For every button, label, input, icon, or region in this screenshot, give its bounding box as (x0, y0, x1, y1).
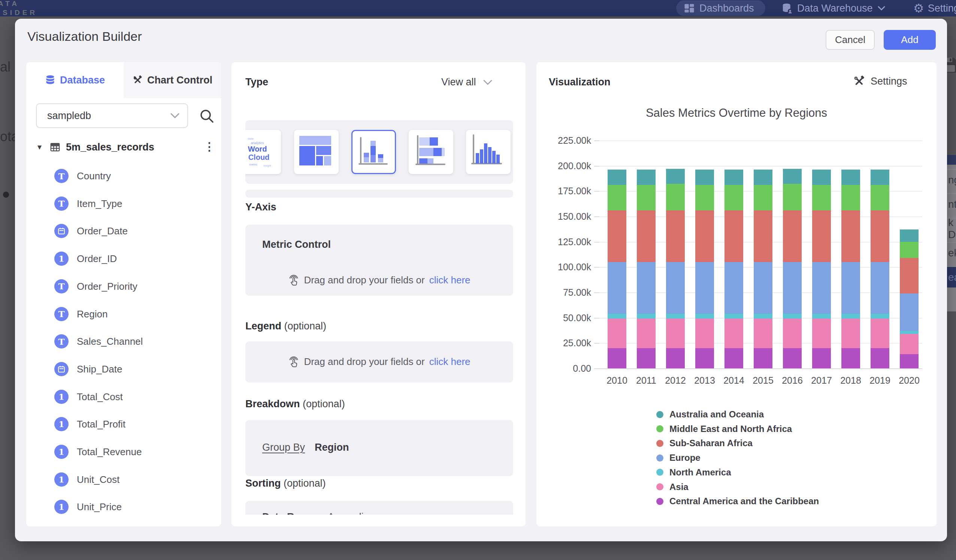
legend-item-north-america[interactable]: North America (656, 467, 731, 478)
chart-type-stacked-column[interactable] (351, 130, 396, 174)
bar-segment-2015-sub-saharan-africa[interactable] (754, 210, 772, 262)
view-all-button[interactable]: View all (441, 76, 493, 88)
bar-segment-2018-central-america-and-the-caribbean[interactable] (841, 348, 860, 369)
bar-segment-2013-europe[interactable] (695, 262, 714, 314)
legend-item-central-america-and-the-caribbean[interactable]: Central America and the Caribbean (656, 496, 819, 507)
chart-type-stacked-bar[interactable] (409, 130, 453, 174)
bar-segment-2020-central-america-and-the-caribbean[interactable] (900, 354, 918, 369)
bar-segment-2017-australia-and-oceania[interactable] (812, 169, 831, 185)
field-row-order_date[interactable]: Order_Date (26, 224, 221, 245)
chart-type-column[interactable] (466, 130, 511, 174)
bar-segment-2020-middle-east-and-north-africa[interactable] (900, 242, 918, 258)
bar-segment-2011-europe[interactable] (637, 262, 656, 314)
bar-segment-2016-europe[interactable] (783, 262, 802, 314)
visualization-settings-button[interactable]: Settings (852, 75, 907, 88)
bar-segment-2015-central-america-and-the-caribbean[interactable] (754, 348, 772, 369)
legend-item-asia[interactable]: Asia (656, 482, 689, 492)
field-row-total_cost[interactable]: 1Total_Cost (26, 390, 221, 411)
field-row-order_priority[interactable]: TOrder_Priority (26, 279, 221, 300)
bar-segment-2018-europe[interactable] (841, 262, 860, 314)
field-row-country[interactable]: TCountry (26, 169, 221, 190)
kebab-menu-icon[interactable]: ⋮ (204, 140, 215, 153)
search-icon[interactable] (198, 108, 215, 124)
bar-segment-2015-middle-east-and-north-africa[interactable] (754, 185, 772, 210)
bar-segment-2013-central-america-and-the-caribbean[interactable] (695, 348, 714, 369)
bar-segment-2017-europe[interactable] (812, 262, 831, 314)
bar-segment-2013-middle-east-and-north-africa[interactable] (695, 185, 714, 210)
field-row-sales_channel[interactable]: TSales_Channel (26, 334, 221, 355)
tab-chart-control[interactable]: Chart Control (124, 62, 221, 98)
bar-segment-2013-australia-and-oceania[interactable] (695, 169, 714, 185)
bar-segment-2014-north-america[interactable] (725, 314, 743, 319)
bar-segment-2020-sub-saharan-africa[interactable] (900, 258, 918, 293)
carousel-scrollbar[interactable] (245, 190, 513, 198)
bar-segment-2013-north-america[interactable] (695, 314, 714, 319)
field-row-order_id[interactable]: 1Order_ID (26, 251, 221, 273)
field-row-ship_date[interactable]: Ship_Date (26, 362, 221, 383)
breakdown-dropzone[interactable]: Group By Region (245, 420, 513, 476)
cancel-button[interactable]: Cancel (825, 30, 875, 50)
bar-segment-2012-central-america-and-the-caribbean[interactable] (666, 348, 685, 369)
bar-segment-2010-middle-east-and-north-africa[interactable] (608, 185, 626, 210)
bar-segment-2010-central-america-and-the-caribbean[interactable] (608, 348, 626, 369)
bar-segment-2011-middle-east-and-north-africa[interactable] (637, 185, 656, 210)
bar-segment-2015-europe[interactable] (754, 262, 772, 314)
click-here-link[interactable]: click here (429, 356, 470, 368)
bar-segment-2014-australia-and-oceania[interactable] (725, 169, 743, 185)
bar-segment-2010-north-america[interactable] (608, 314, 626, 319)
bar-segment-2018-asia[interactable] (841, 318, 860, 348)
field-row-region[interactable]: TRegion (26, 307, 221, 328)
bar-segment-2010-europe[interactable] (608, 262, 626, 314)
legend-dropzone[interactable]: Drag and drop your fields or click here (245, 341, 513, 383)
bar-segment-2019-north-america[interactable] (871, 314, 889, 319)
bar-segment-2015-asia[interactable] (754, 318, 772, 348)
bar-segment-2016-north-america[interactable] (783, 314, 802, 319)
bar-segment-2013-asia[interactable] (695, 318, 714, 348)
bar-segment-2019-europe[interactable] (871, 262, 889, 314)
bar-segment-2011-sub-saharan-africa[interactable] (637, 210, 656, 262)
bar-segment-2012-sub-saharan-africa[interactable] (666, 210, 685, 262)
nav-settings[interactable]: ⚙ Settings (913, 0, 956, 16)
bar-segment-2016-central-america-and-the-caribbean[interactable] (783, 348, 802, 369)
sorting-dropzone[interactable]: Data Range Ascending (245, 501, 513, 515)
nav-data-warehouse[interactable]: Data Warehouse (781, 0, 885, 16)
field-row-total_revenue[interactable]: 1Total_Revenue (26, 445, 221, 466)
bar-segment-2010-australia-and-oceania[interactable] (608, 169, 626, 185)
bar-segment-2014-europe[interactable] (725, 262, 743, 314)
bar-segment-2016-asia[interactable] (783, 318, 802, 348)
bar-segment-2018-australia-and-oceania[interactable] (841, 169, 860, 185)
bar-segment-2010-sub-saharan-africa[interactable] (608, 210, 626, 262)
bar-segment-2020-europe[interactable] (900, 293, 918, 331)
tab-database[interactable]: Database (26, 62, 124, 98)
bar-segment-2017-central-america-and-the-caribbean[interactable] (812, 348, 831, 369)
legend-item-middle-east-and-north-africa[interactable]: Middle East and North Africa (656, 424, 792, 434)
group-by-link[interactable]: Group By (262, 442, 305, 453)
field-row-unit_price[interactable]: 1Unit_Price (26, 500, 221, 521)
bar-segment-2012-north-america[interactable] (666, 314, 685, 319)
field-row-item_type[interactable]: TItem_Type (26, 196, 221, 218)
bar-segment-2014-sub-saharan-africa[interactable] (725, 210, 743, 262)
bar-segment-2014-middle-east-and-north-africa[interactable] (725, 185, 743, 210)
chart-type-word-cloud[interactable]: analyticsdataWordCloudmetricinsight (245, 130, 281, 174)
bar-segment-2017-middle-east-and-north-africa[interactable] (812, 185, 831, 210)
bar-segment-2020-asia[interactable] (900, 334, 918, 354)
bar-segment-2010-asia[interactable] (608, 318, 626, 348)
bar-segment-2012-asia[interactable] (666, 318, 685, 348)
caret-down-icon[interactable]: ▾ (38, 142, 42, 152)
bar-segment-2014-central-america-and-the-caribbean[interactable] (725, 348, 743, 369)
bar-segment-2020-australia-and-oceania[interactable] (900, 229, 918, 242)
bar-segment-2019-middle-east-and-north-africa[interactable] (871, 185, 889, 210)
bar-segment-2016-australia-and-oceania[interactable] (783, 169, 802, 184)
bar-segment-2019-australia-and-oceania[interactable] (871, 169, 889, 185)
bar-segment-2016-middle-east-and-north-africa[interactable] (783, 184, 802, 210)
bar-segment-2013-sub-saharan-africa[interactable] (695, 210, 714, 262)
field-row-unit_cost[interactable]: 1Unit_Cost (26, 472, 221, 493)
bar-segment-2019-central-america-and-the-caribbean[interactable] (871, 348, 889, 369)
legend-item-europe[interactable]: Europe (656, 453, 701, 463)
bar-segment-2015-australia-and-oceania[interactable] (754, 169, 772, 185)
table-tree-row[interactable]: ▾ 5m_sales_records ⋮ (26, 140, 221, 157)
bar-segment-2018-sub-saharan-africa[interactable] (841, 210, 860, 262)
bar-segment-2017-north-america[interactable] (812, 314, 831, 319)
chart-type-treemap[interactable] (294, 130, 339, 174)
bar-segment-2012-europe[interactable] (666, 262, 685, 314)
